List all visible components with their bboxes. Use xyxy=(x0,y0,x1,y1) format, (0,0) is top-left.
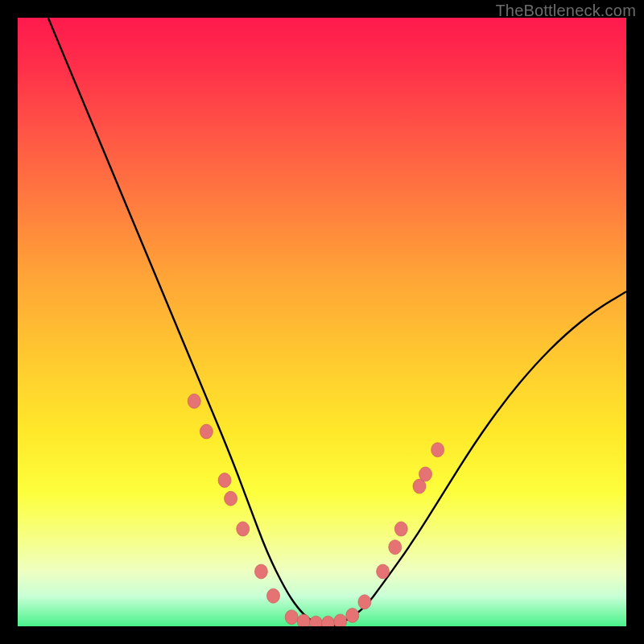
curve-layer xyxy=(18,18,626,626)
curve-marker xyxy=(322,616,335,626)
curve-marker xyxy=(225,491,237,506)
chart-frame: TheBottleneck.com xyxy=(0,0,644,644)
curve-marker xyxy=(200,424,213,439)
curve-marker xyxy=(237,522,250,536)
curve-marker xyxy=(358,595,371,609)
curve-marker xyxy=(254,564,267,579)
marker-group xyxy=(188,394,444,626)
curve-marker xyxy=(309,616,322,626)
curve-marker xyxy=(377,564,390,579)
curve-marker xyxy=(218,473,231,488)
curve-marker xyxy=(346,608,359,622)
curve-marker xyxy=(334,614,347,626)
curve-marker xyxy=(297,614,310,626)
curve-marker xyxy=(389,540,402,555)
curve-marker xyxy=(267,588,280,603)
plot-area xyxy=(18,18,626,626)
curve-marker xyxy=(394,522,407,536)
curve-marker xyxy=(431,443,444,457)
curve-marker xyxy=(285,610,298,625)
curve-marker xyxy=(188,394,200,408)
bottleneck-curve xyxy=(48,18,626,626)
watermark-text: TheBottleneck.com xyxy=(495,2,636,20)
curve-marker xyxy=(419,467,432,481)
